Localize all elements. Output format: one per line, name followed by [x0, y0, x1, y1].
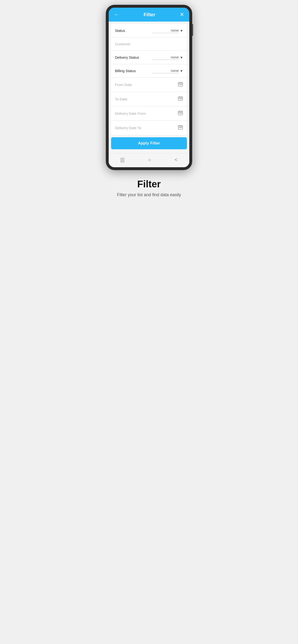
customer-row[interactable]: Customer — [111, 38, 187, 51]
chevron-down-icon: ▼ — [180, 29, 183, 32]
close-button[interactable]: ✕ — [179, 11, 185, 18]
delivery-status-select[interactable]: none ▼ — [152, 55, 183, 60]
bottom-subtitle: Filter your list and find data easily — [117, 192, 181, 198]
side-button — [192, 24, 193, 36]
chevron-down-icon: ▼ — [180, 56, 183, 60]
calendar-icon — [178, 96, 183, 102]
from-date-row[interactable]: From Date — [111, 78, 187, 92]
chevron-down-icon: ▼ — [180, 69, 183, 73]
status-label: Status — [115, 28, 125, 32]
delivery-date-from-row[interactable]: Delivery Date From — [111, 106, 187, 121]
bottom-title: Filter — [117, 179, 181, 190]
billing-status-select[interactable]: none ▼ — [152, 68, 183, 73]
billing-status-value: none — [152, 68, 179, 73]
calendar-icon — [178, 82, 183, 88]
svg-rect-12 — [180, 98, 181, 99]
svg-rect-19 — [180, 113, 181, 114]
svg-rect-4 — [179, 84, 180, 85]
from-date-label: From Date — [115, 83, 132, 87]
svg-rect-25 — [179, 127, 180, 128]
svg-rect-26 — [180, 127, 181, 128]
status-select[interactable]: none ▼ — [152, 28, 183, 33]
phone-frame: ← Filter ✕ Status none ▼ Customer — [106, 5, 192, 170]
to-date-row[interactable]: To Date — [111, 92, 187, 106]
page-title: Filter — [144, 12, 156, 18]
content-area: Status none ▼ Customer Delivery Status n… — [109, 22, 189, 153]
menu-icon[interactable]: ||| — [120, 157, 124, 163]
svg-rect-20 — [181, 113, 182, 114]
svg-rect-6 — [181, 84, 182, 85]
billing-status-row[interactable]: Billing Status none ▼ — [111, 64, 187, 78]
delivery-status-row[interactable]: Delivery Status none ▼ — [111, 51, 187, 64]
apply-filter-button[interactable]: Apply Filter — [111, 137, 187, 149]
delivery-date-to-label: Delivery Date To — [115, 126, 141, 130]
status-row[interactable]: Status none ▼ — [111, 24, 187, 38]
nav-bar: ||| ○ < — [109, 153, 189, 167]
billing-status-label: Billing Status — [115, 69, 136, 73]
back-button[interactable]: ← — [113, 11, 120, 18]
top-bar: ← Filter ✕ — [109, 8, 189, 22]
svg-rect-13 — [181, 98, 182, 99]
delivery-date-from-label: Delivery Date From — [115, 112, 146, 116]
back-nav-icon[interactable]: < — [175, 157, 178, 163]
phone-screen: ← Filter ✕ Status none ▼ Customer — [109, 8, 189, 167]
home-icon[interactable]: ○ — [148, 157, 151, 163]
delivery-status-label: Delivery Status — [115, 55, 139, 60]
svg-rect-5 — [180, 84, 181, 85]
filter-card: Status none ▼ Customer Delivery Status n… — [111, 24, 187, 135]
calendar-icon — [178, 110, 183, 117]
status-value: none — [152, 28, 179, 33]
bottom-section: Filter Filter your list and find data ea… — [112, 179, 186, 198]
delivery-status-value: none — [152, 55, 179, 60]
delivery-date-to-row[interactable]: Delivery Date To — [111, 121, 187, 135]
customer-label: Customer — [115, 42, 130, 46]
svg-rect-11 — [179, 98, 180, 99]
calendar-icon — [178, 124, 183, 131]
svg-rect-18 — [179, 113, 180, 114]
svg-rect-27 — [181, 127, 182, 128]
to-date-label: To Date — [115, 97, 127, 101]
